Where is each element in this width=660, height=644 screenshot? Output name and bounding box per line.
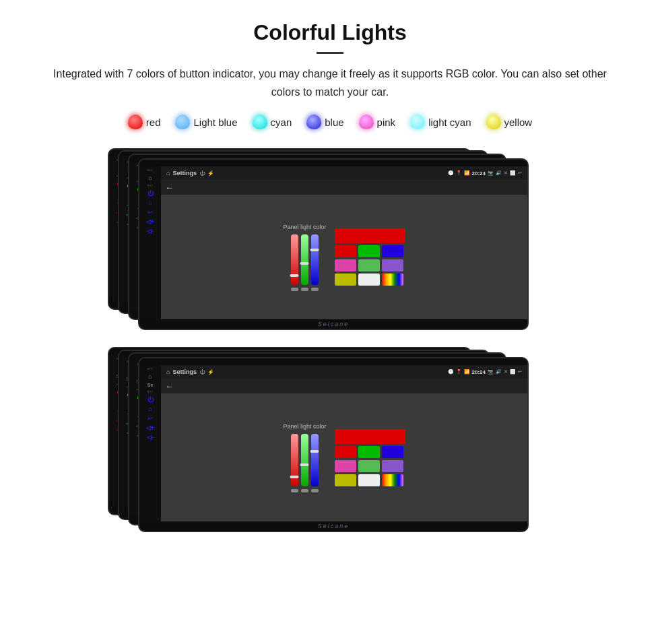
color-label-pink: pink bbox=[377, 117, 396, 128]
color-label-blue: blue bbox=[325, 117, 343, 128]
device-b1-front: MIC ⌂ Se RST ⏻ ⌂ ↩ ◁+ ◁- ⌂ Set bbox=[138, 357, 529, 532]
color-label-cyan: cyan bbox=[271, 117, 292, 128]
color-label-red: red bbox=[146, 117, 161, 128]
page-description: Integrated with 7 colors of button indic… bbox=[47, 65, 613, 101]
color-item-cyan: cyan bbox=[253, 115, 292, 129]
seicane-brand-top: Seicane bbox=[318, 321, 350, 327]
back-arrow-bottom[interactable]: ← bbox=[165, 381, 174, 391]
settings-label-top: Settings bbox=[172, 170, 197, 176]
color-label-yellow: yellow bbox=[504, 117, 533, 128]
page-title: Colorful Lights bbox=[27, 20, 633, 45]
color-item-red: red bbox=[128, 115, 161, 129]
color-item-blue: blue bbox=[306, 115, 343, 129]
color-item-lightblue: Light blue bbox=[175, 115, 237, 129]
bottom-device-section: MIC ⌂ Se RST ⏻ ⌂ ↩ ◁+ ◁- MIC bbox=[27, 347, 633, 536]
bulb-lightblue bbox=[175, 115, 190, 129]
color-item-pink: pink bbox=[359, 115, 396, 129]
panel-light-color-label: Panel light color bbox=[283, 224, 326, 230]
color-row: red Light blue cyan blue pink light cyan… bbox=[27, 115, 633, 129]
bulb-cyan bbox=[253, 115, 267, 129]
bulb-yellow bbox=[486, 115, 501, 129]
device-1-front: MIC ⌂ RST ⏻ ⌂ ↩ ◁+ ◁- ⌂ Settings bbox=[138, 158, 529, 330]
bulb-red bbox=[128, 115, 143, 129]
title-divider bbox=[317, 52, 343, 54]
bulb-lightcyan bbox=[410, 115, 425, 129]
top-device-section: MIC ⌂ RST ⏻ ⌂ ↩ ◁+ ◁- MIC ⌂ R bbox=[27, 148, 633, 333]
page-wrapper: Colorful Lights Integrated with 7 colors… bbox=[0, 0, 660, 569]
panel-light-color-label-bottom: Panel light color bbox=[283, 423, 326, 430]
bulb-blue bbox=[306, 115, 321, 129]
color-item-lightcyan: light cyan bbox=[410, 115, 471, 129]
seicane-brand-bottom: Seicane bbox=[318, 523, 350, 529]
settings-label-bottom: Settings bbox=[172, 368, 197, 375]
color-item-yellow: yellow bbox=[486, 115, 533, 129]
color-label-lightcyan: light cyan bbox=[428, 117, 471, 128]
back-arrow-top[interactable]: ← bbox=[165, 183, 174, 193]
color-label-lightblue: Light blue bbox=[193, 117, 237, 128]
bulb-pink bbox=[359, 115, 374, 129]
